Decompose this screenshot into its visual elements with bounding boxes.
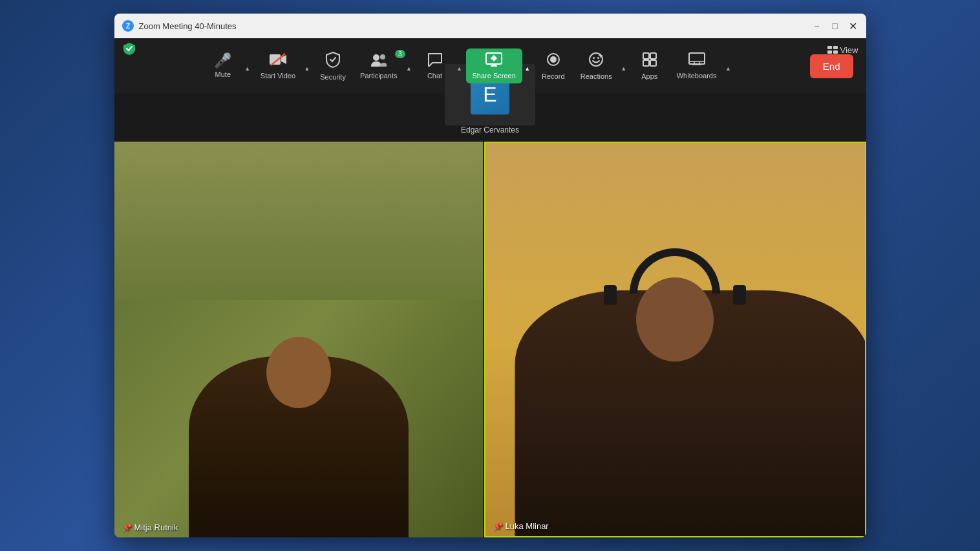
video-feeds: 📌 Mitja Rutnik	[114, 142, 866, 537]
mute-arrow[interactable]: ▲	[242, 60, 253, 72]
chat-label: Chat	[427, 72, 442, 80]
svg-rect-5	[833, 50, 838, 54]
svg-rect-4	[827, 50, 832, 54]
reactions-label: Reactions	[581, 72, 612, 80]
zoom-icon: Z	[122, 20, 134, 32]
apps-label: Apps	[641, 72, 657, 80]
svg-text:Z: Z	[125, 23, 129, 30]
video-bg-right	[485, 143, 865, 536]
zoom-window: Z Zoom Meeting 40-Minutes − □ ✕	[114, 14, 866, 537]
security-label: Security	[320, 73, 346, 81]
whiteboards-label: Whiteboards	[677, 72, 717, 80]
share-arrow[interactable]: ▲	[522, 60, 533, 72]
pin-icon-left: 📌	[122, 523, 132, 532]
security-shield-icon	[122, 41, 136, 58]
record-label: Record	[542, 72, 564, 80]
share-screen-label: Share Screen	[473, 72, 516, 80]
svg-rect-3	[833, 46, 838, 49]
video-feed-left: 📌 Mitja Rutnik	[114, 142, 483, 537]
participants-label: Participants	[360, 72, 397, 80]
close-button[interactable]: ✕	[848, 21, 858, 31]
view-button[interactable]: View	[827, 45, 858, 55]
window-title: Zoom Meeting 40-Minutes	[139, 21, 812, 31]
minimize-button[interactable]: −	[812, 21, 822, 31]
mute-label: Mute	[215, 70, 231, 78]
video-bg-left	[114, 142, 483, 537]
titlebar: Z Zoom Meeting 40-Minutes − □ ✕	[114, 14, 866, 38]
video-feed-right: 📌 Luka Mlinar	[484, 142, 866, 537]
window-controls: − □ ✕	[812, 21, 858, 31]
chat-arrow[interactable]: ▲	[454, 60, 465, 72]
pin-icon-right: 📌	[493, 522, 503, 531]
meeting-area: View E Edgar Cervantes	[114, 38, 866, 537]
start-video-label: Start Video	[261, 72, 295, 80]
reactions-arrow[interactable]: ▲	[619, 60, 629, 72]
video-arrow[interactable]: ▲	[302, 60, 312, 72]
participant-name-right: 📌 Luka Mlinar	[493, 521, 549, 531]
svg-rect-2	[827, 46, 832, 49]
whiteboards-arrow[interactable]: ▲	[723, 60, 733, 72]
maximize-button[interactable]: □	[830, 21, 840, 31]
participant-name-left: 📌 Mitja Rutnik	[122, 523, 178, 532]
view-label: View	[840, 45, 858, 55]
avatar-name: Edgar Cervantes	[461, 125, 519, 135]
top-bar: View	[114, 38, 866, 61]
participants-arrow[interactable]: ▲	[404, 60, 414, 72]
